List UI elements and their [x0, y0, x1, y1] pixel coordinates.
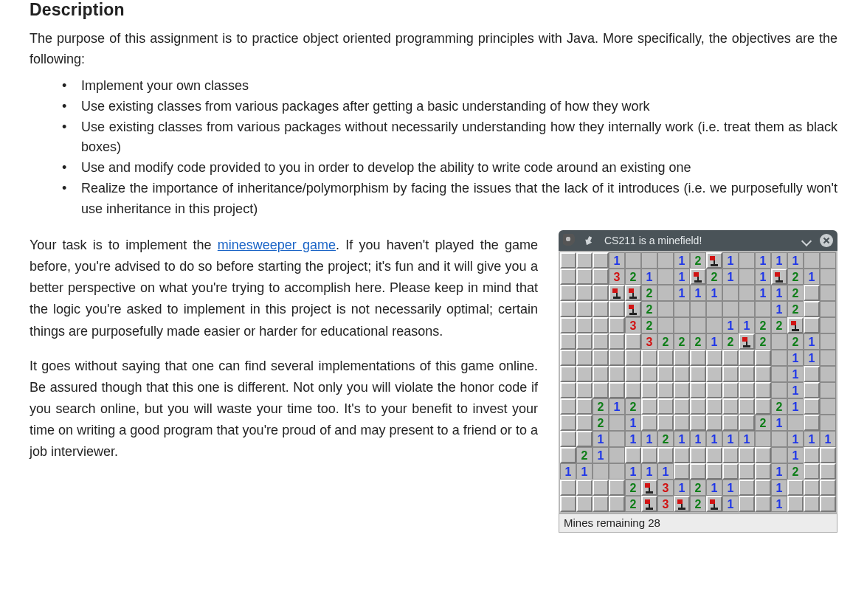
board-cell[interactable]: 1: [674, 252, 690, 269]
board-cell[interactable]: [609, 463, 625, 480]
board-cell[interactable]: [641, 252, 657, 269]
board-cell[interactable]: 1: [625, 415, 641, 431]
board-cell[interactable]: 2: [755, 317, 771, 333]
board-cell[interactable]: [804, 447, 820, 463]
board-cell[interactable]: [755, 366, 771, 382]
board-cell[interactable]: [820, 285, 836, 301]
board-cell[interactable]: [625, 252, 641, 269]
board-cell[interactable]: [722, 447, 739, 463]
board-cell[interactable]: [820, 350, 836, 366]
board-cell[interactable]: [755, 496, 771, 512]
board-cell[interactable]: [820, 301, 836, 317]
board-cell[interactable]: [820, 415, 836, 431]
board-cell[interactable]: 1: [771, 463, 787, 480]
board-cell[interactable]: [593, 301, 609, 317]
board-cell[interactable]: [560, 333, 576, 350]
board-cell[interactable]: [674, 398, 690, 415]
board-cell[interactable]: [739, 447, 755, 463]
board-cell[interactable]: [576, 366, 593, 382]
board-cell[interactable]: [576, 269, 593, 285]
board-cell[interactable]: [576, 382, 593, 398]
board-cell[interactable]: [657, 366, 674, 382]
board-cell[interactable]: [593, 285, 609, 301]
board-cell[interactable]: [755, 480, 771, 496]
board-cell[interactable]: 2: [690, 333, 706, 350]
board-cell[interactable]: [641, 382, 657, 398]
board-cell[interactable]: 2: [755, 415, 771, 431]
board-cell[interactable]: [771, 366, 787, 382]
board-cell[interactable]: [771, 431, 787, 447]
board-cell[interactable]: [739, 269, 755, 285]
board-cell[interactable]: [625, 350, 641, 366]
board-cell[interactable]: [593, 252, 609, 269]
board-cell[interactable]: [787, 317, 804, 333]
board-cell[interactable]: [722, 350, 739, 366]
board-cell[interactable]: 2: [787, 463, 804, 480]
board-cell[interactable]: 1: [706, 285, 722, 301]
board-cell[interactable]: 1: [722, 269, 739, 285]
board-cell[interactable]: [722, 285, 739, 301]
board-cell[interactable]: [755, 431, 771, 447]
board-cell[interactable]: [690, 350, 706, 366]
board-cell[interactable]: 2: [787, 269, 804, 285]
board-cell[interactable]: [593, 333, 609, 350]
board-cell[interactable]: [625, 382, 641, 398]
board-cell[interactable]: 1: [787, 447, 804, 463]
board-cell[interactable]: 3: [625, 317, 641, 333]
board-cell[interactable]: [787, 480, 804, 496]
board-cell[interactable]: [657, 415, 674, 431]
board-cell[interactable]: 2: [771, 317, 787, 333]
board-cell[interactable]: [755, 463, 771, 480]
board-cell[interactable]: 2: [787, 285, 804, 301]
board-cell[interactable]: 1: [739, 317, 755, 333]
board-cell[interactable]: [706, 366, 722, 382]
board-cell[interactable]: [560, 382, 576, 398]
board-cell[interactable]: 1: [771, 415, 787, 431]
board-cell[interactable]: [690, 301, 706, 317]
board-cell[interactable]: 2: [787, 301, 804, 317]
board-cell[interactable]: [739, 415, 755, 431]
board-cell[interactable]: [593, 496, 609, 512]
board-cell[interactable]: [820, 252, 836, 269]
board-cell[interactable]: 1: [690, 431, 706, 447]
board-cell[interactable]: [560, 447, 576, 463]
board-cell[interactable]: [820, 463, 836, 480]
board-cell[interactable]: [739, 398, 755, 415]
board-cell[interactable]: [755, 301, 771, 317]
pin-icon[interactable]: [584, 235, 594, 246]
board-cell[interactable]: [690, 317, 706, 333]
board-cell[interactable]: [804, 398, 820, 415]
board-cell[interactable]: 1: [722, 480, 739, 496]
board-cell[interactable]: [609, 480, 625, 496]
board-cell[interactable]: 1: [755, 269, 771, 285]
board-cell[interactable]: 1: [755, 285, 771, 301]
board-cell[interactable]: [771, 350, 787, 366]
board-cell[interactable]: [771, 447, 787, 463]
board-cell[interactable]: [722, 301, 739, 317]
board-cell[interactable]: [625, 333, 641, 350]
board-cell[interactable]: [641, 496, 657, 512]
board-cell[interactable]: 2: [576, 447, 593, 463]
board-cell[interactable]: [674, 447, 690, 463]
board-cell[interactable]: 1: [771, 496, 787, 512]
board-cell[interactable]: 3: [657, 496, 674, 512]
board-cell[interactable]: [674, 496, 690, 512]
board-cell[interactable]: [609, 317, 625, 333]
board-cell[interactable]: [674, 301, 690, 317]
board-cell[interactable]: 1: [804, 269, 820, 285]
board-cell[interactable]: [609, 431, 625, 447]
board-cell[interactable]: 1: [787, 252, 804, 269]
board-cell[interactable]: [739, 285, 755, 301]
board-cell[interactable]: 2: [690, 252, 706, 269]
game-board[interactable]: 1121111321121121211111221232112232221222…: [559, 251, 837, 513]
board-cell[interactable]: [820, 480, 836, 496]
board-cell[interactable]: 2: [625, 496, 641, 512]
board-cell[interactable]: 2: [593, 398, 609, 415]
board-cell[interactable]: [560, 317, 576, 333]
board-cell[interactable]: [560, 480, 576, 496]
board-cell[interactable]: [593, 269, 609, 285]
board-cell[interactable]: [593, 350, 609, 366]
board-cell[interactable]: 2: [625, 398, 641, 415]
board-cell[interactable]: [560, 301, 576, 317]
board-cell[interactable]: 1: [657, 463, 674, 480]
